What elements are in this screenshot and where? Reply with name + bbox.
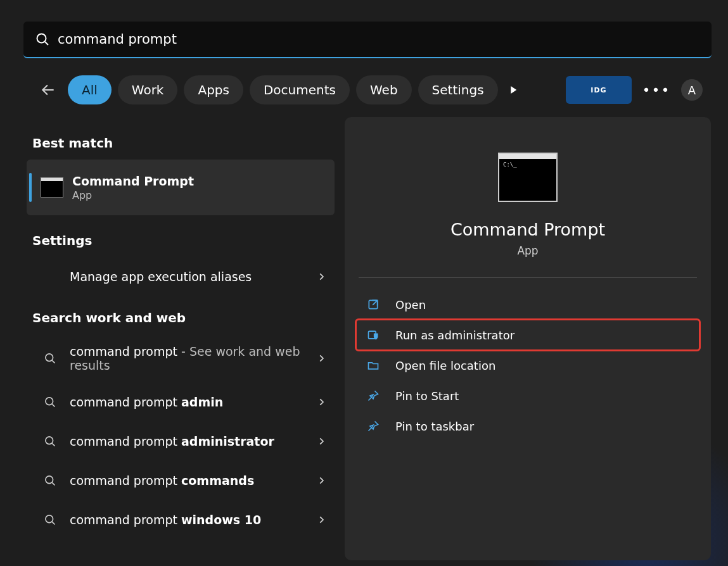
best-match-subtitle: App — [72, 189, 194, 201]
chevron-right-icon — [317, 437, 326, 446]
suggestion-label: command prompt admin — [70, 395, 317, 409]
settings-item-manage-aliases[interactable]: Manage app execution aliases — [27, 257, 335, 296]
suggestion-label: command prompt - See work and web result… — [70, 344, 317, 372]
suggestion-label: command prompt commands — [70, 474, 317, 487]
svg-line-7 — [52, 404, 54, 406]
svg-line-5 — [52, 360, 54, 363]
svg-line-13 — [52, 522, 54, 524]
search-work-web-header: Search work and web — [32, 310, 329, 325]
panel-action-run-as-administrator[interactable]: Run as administrator — [356, 320, 699, 350]
search-suggestion[interactable]: command prompt - See work and web result… — [27, 334, 335, 382]
tab-web[interactable]: Web — [356, 75, 412, 104]
chevron-right-icon — [317, 398, 326, 406]
tab-documents[interactable]: Documents — [250, 75, 350, 104]
search-suggestion[interactable]: command prompt administrator — [27, 422, 335, 461]
search-icon — [42, 435, 58, 448]
search-icon — [42, 474, 58, 487]
search-suggestion[interactable]: command prompt commands — [27, 461, 335, 500]
search-icon — [42, 352, 58, 365]
svg-marker-3 — [511, 86, 516, 94]
preview-panel: Command Prompt App OpenRun as administra… — [345, 117, 711, 560]
preview-title: Command Prompt — [345, 220, 711, 239]
svg-point-6 — [46, 398, 53, 405]
search-icon — [42, 513, 58, 526]
back-button[interactable] — [37, 79, 59, 101]
search-box[interactable] — [23, 22, 712, 58]
tab-work[interactable]: Work — [118, 75, 178, 104]
pin-icon — [365, 387, 381, 404]
user-avatar[interactable]: A — [681, 79, 703, 101]
tab-apps[interactable]: Apps — [184, 75, 243, 104]
pin-icon — [365, 418, 381, 434]
ellipsis-icon: ••• — [642, 82, 671, 98]
settings-item-label: Manage app execution aliases — [70, 270, 317, 284]
chevron-right-icon — [317, 272, 326, 281]
organization-badge-label: IDG — [591, 86, 606, 94]
divider — [359, 277, 697, 278]
suggestion-label: command prompt windows 10 — [70, 513, 317, 527]
panel-action-open[interactable]: Open — [356, 289, 699, 320]
selection-indicator — [29, 173, 32, 202]
best-match-header: Best match — [32, 135, 329, 151]
more-options-button[interactable]: ••• — [646, 79, 667, 101]
chevron-right-icon — [317, 515, 326, 524]
filter-tab-row: All Work Apps Documents Web Settings Peo… — [37, 75, 703, 104]
svg-point-8 — [46, 437, 53, 444]
command-prompt-icon — [41, 177, 63, 198]
panel-action-open-file-location[interactable]: Open file location — [356, 350, 699, 380]
search-icon — [42, 396, 58, 408]
preview-subtitle: App — [345, 244, 711, 257]
search-suggestion[interactable]: command prompt windows 10 — [27, 500, 335, 539]
action-label: Pin to Start — [395, 389, 459, 403]
folder-icon — [365, 357, 381, 374]
svg-point-4 — [46, 354, 53, 362]
search-icon — [35, 32, 50, 47]
command-prompt-large-icon — [498, 153, 558, 202]
settings-header: Settings — [32, 233, 329, 248]
svg-line-15 — [373, 300, 378, 305]
chevron-right-icon — [317, 354, 326, 363]
avatar-initial: A — [688, 84, 696, 97]
svg-point-10 — [46, 476, 53, 484]
best-match-title: Command Prompt — [72, 174, 194, 188]
panel-action-pin-to-start[interactable]: Pin to Start — [356, 380, 699, 411]
svg-line-9 — [52, 443, 54, 446]
suggestion-label: command prompt administrator — [70, 434, 317, 448]
results-column: Best match Command Prompt App Settings M… — [27, 127, 335, 539]
best-match-result[interactable]: Command Prompt App — [27, 160, 335, 215]
panel-action-pin-to-taskbar[interactable]: Pin to taskbar — [356, 411, 699, 441]
action-label: Run as administrator — [395, 329, 514, 342]
filter-tabs: All Work Apps Documents Web Settings Peo… — [68, 75, 499, 104]
organization-badge[interactable]: IDG — [566, 76, 632, 104]
svg-point-0 — [37, 34, 46, 43]
open-icon — [365, 296, 381, 313]
action-label: Open file location — [395, 359, 495, 372]
tab-settings[interactable]: Settings — [418, 75, 498, 104]
shield-icon — [365, 327, 381, 343]
search-suggestion[interactable]: command prompt admin — [27, 382, 335, 422]
svg-point-12 — [46, 515, 53, 523]
svg-line-11 — [52, 482, 54, 485]
chevron-right-icon — [317, 476, 326, 485]
search-input[interactable] — [58, 32, 700, 47]
svg-line-1 — [45, 42, 48, 45]
action-label: Open — [395, 298, 426, 311]
scroll-tabs-right-button[interactable] — [502, 79, 524, 101]
action-label: Pin to taskbar — [395, 420, 474, 433]
tab-all[interactable]: All — [68, 75, 112, 104]
